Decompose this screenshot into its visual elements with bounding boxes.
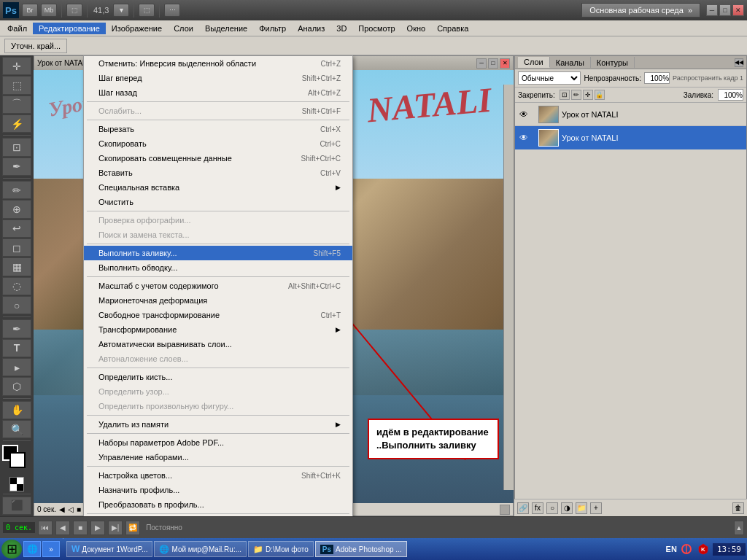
- text-tool-button[interactable]: T: [2, 339, 31, 357]
- menu-define-shape-label: Определить произвольную фигуру...: [98, 402, 233, 411]
- taskbar-ie-icon[interactable]: 🌐: [23, 541, 41, 557]
- eyedropper-button[interactable]: ✒: [2, 158, 31, 176]
- zoom-level: 41,3: [93, 6, 109, 15]
- menu-convert-profile-label: Преобразовать в профиль...: [98, 500, 204, 509]
- screen-mode-button[interactable]: ⬚: [139, 4, 155, 17]
- blur-tool-button[interactable]: ◌: [2, 277, 31, 295]
- menu-step-backward[interactable]: Шаг назад Alt+Ctrl+Z: [84, 85, 352, 100]
- menu-content-aware-scale[interactable]: Масштаб с учетом содержимого Alt+Shift+C…: [84, 279, 352, 293]
- menu-image[interactable]: Изображение: [106, 23, 168, 34]
- menu-filter[interactable]: Фильтр: [253, 23, 292, 34]
- history-brush-button[interactable]: ↩: [2, 219, 31, 238]
- menu-keyboard-shortcuts[interactable]: Клавиатурные сокращения... Alt+Shift+Ctr…: [84, 516, 352, 516]
- tl-prev-frame[interactable]: ◀: [55, 521, 70, 535]
- menu-spellcheck[interactable]: Проверка орфографии...: [84, 213, 352, 228]
- path-select-button[interactable]: ▸: [2, 358, 31, 376]
- quick-mask-button[interactable]: [9, 477, 24, 491]
- menu-define-brush[interactable]: Определить кисть...: [84, 370, 352, 384]
- menu-auto-align-label: Автоматически выравнивать слои...: [98, 340, 232, 349]
- menu-paste-label: Вставить: [98, 168, 133, 177]
- zoom-dropdown[interactable]: ▼: [113, 4, 129, 17]
- menu-purge[interactable]: Удалить из памяти ▶: [84, 417, 352, 432]
- menu-step-forward[interactable]: Шаг вперед Shift+Ctrl+Z: [84, 71, 352, 85]
- taskbar-ps-btn[interactable]: Ps Adobe Photoshop ...: [315, 541, 407, 557]
- tl-next-frame[interactable]: ▶|: [108, 521, 123, 535]
- zoom-tool-button[interactable]: 🔍: [2, 420, 31, 438]
- menu-puppet-warp[interactable]: Марионеточная деформация: [84, 293, 352, 308]
- marquee-tool-button[interactable]: ⬚: [2, 76, 31, 94]
- menu-layers[interactable]: Слои: [168, 23, 199, 34]
- menu-view[interactable]: Просмотр: [352, 23, 400, 34]
- menu-define-pattern[interactable]: Определить узор...: [84, 384, 352, 399]
- close-button[interactable]: ✕: [732, 4, 744, 16]
- menu-transform[interactable]: Трансформирование ▶: [84, 322, 352, 337]
- taskbar-language[interactable]: EN: [666, 545, 677, 553]
- taskbar-network-icon[interactable]: [679, 542, 694, 556]
- crop-tool-button[interactable]: ⊡: [2, 138, 31, 156]
- menu-paste[interactable]: Вставить Ctrl+V: [84, 166, 352, 180]
- menu-define-shape[interactable]: Определить произвольную фигуру...: [84, 399, 352, 413]
- background-color[interactable]: [9, 452, 26, 468]
- minimize-button[interactable]: ─: [706, 4, 718, 16]
- screen-mode-toggle[interactable]: ⬛: [2, 497, 31, 515]
- taskbar-mailru-btn[interactable]: 🌐 Мой мир@Mail.Ru:...: [154, 541, 247, 557]
- tl-stop-btn[interactable]: ■: [73, 521, 88, 535]
- menu-assign-profile[interactable]: Назначить профиль...: [84, 483, 352, 497]
- bridge-button[interactable]: Br: [22, 4, 38, 17]
- workspace-selector[interactable]: Основная рабочая среда »: [581, 3, 700, 18]
- refine-edge-button[interactable]: Уточн. край...: [4, 39, 67, 53]
- move-tool-button[interactable]: ✛: [2, 57, 31, 75]
- menu-help[interactable]: Справка: [431, 23, 474, 34]
- workspace-label: Основная рабочая среда: [589, 6, 684, 15]
- tl-play-btn[interactable]: ▶: [90, 521, 105, 535]
- taskbar-folder-btn[interactable]: 📁 D:\Мои фото: [248, 541, 314, 557]
- menu-clear[interactable]: Очистить: [84, 195, 352, 209]
- menu-3d[interactable]: 3D: [330, 23, 352, 34]
- maximize-button[interactable]: □: [719, 4, 731, 16]
- menu-free-transform[interactable]: Свободное трансформирование Ctrl+T: [84, 308, 352, 322]
- menu-stroke[interactable]: Выполнить обводку...: [84, 260, 352, 275]
- taskbar-chevron[interactable]: »: [42, 541, 60, 557]
- menu-edit[interactable]: Редактирование: [33, 23, 106, 34]
- menu-convert-profile[interactable]: Преобразовать в профиль...: [84, 497, 352, 512]
- taskbar-word-btn[interactable]: W Документ 1WordP...: [66, 541, 152, 557]
- hand-tool-button[interactable]: ✋: [2, 401, 31, 419]
- menu-select[interactable]: Выделение: [199, 23, 253, 34]
- menu-color-settings[interactable]: Настройка цветов... Shift+Ctrl+K: [84, 468, 352, 483]
- lasso-tool-button[interactable]: ⌒: [2, 96, 31, 114]
- pen-tool-button[interactable]: ✒: [2, 319, 31, 338]
- menu-copy-merged[interactable]: Скопировать совмещенные данные Shift+Ctr…: [84, 151, 352, 166]
- tl-loop-btn[interactable]: 🔁: [125, 521, 140, 535]
- menu-file[interactable]: Файл: [1, 23, 33, 34]
- menu-paste-special[interactable]: Специальная вставка ▶: [84, 180, 352, 195]
- tl-first-frame[interactable]: ⏮: [38, 521, 53, 535]
- menu-window[interactable]: Окно: [401, 23, 432, 34]
- menu-undo[interactable]: Отменить: Инверсия выделенной области Ct…: [84, 56, 352, 71]
- brush-tool-button[interactable]: ✏: [2, 181, 31, 199]
- view-mode-button[interactable]: ⬚: [66, 4, 82, 17]
- menu-auto-blend-label: Автоналожение слоев...: [98, 354, 188, 363]
- menu-fill[interactable]: Выполнить заливку... Shift+F5: [84, 246, 352, 260]
- menu-fade[interactable]: Ослабить... Shift+Ctrl+F: [84, 104, 352, 118]
- gradient-tool-button[interactable]: ▦: [2, 257, 31, 276]
- menu-cut[interactable]: Вырезать Ctrl+X: [84, 122, 352, 136]
- menu-analysis[interactable]: Анализ: [292, 23, 330, 34]
- dodge-tool-button[interactable]: ○: [2, 296, 31, 314]
- taskbar-antivirus-icon[interactable]: K: [696, 542, 711, 556]
- extras-button[interactable]: ⋯: [164, 4, 180, 17]
- timeline-options-btn[interactable]: ▲: [734, 521, 744, 535]
- menu-manage-presets[interactable]: Управление наборами...: [84, 450, 352, 464]
- start-button[interactable]: ⊞: [1, 540, 22, 559]
- menu-auto-blend[interactable]: Автоналожение слоев...: [84, 351, 352, 366]
- magic-wand-button[interactable]: ⚡: [2, 114, 31, 133]
- minibride-button[interactable]: Mb: [41, 4, 57, 17]
- shape-tool-button[interactable]: ⬡: [2, 377, 31, 395]
- eraser-tool-button[interactable]: ◻: [2, 238, 31, 257]
- menu-auto-align[interactable]: Автоматически выравнивать слои...: [84, 337, 352, 351]
- tb-separator-3: [133, 3, 134, 18]
- menu-copy[interactable]: Скопировать Ctrl+C: [84, 136, 352, 151]
- menu-adobe-pdf[interactable]: Наборы параметров Adobe PDF...: [84, 435, 352, 450]
- color-swatches-area: [2, 445, 31, 473]
- menu-find-replace[interactable]: Поиск и замена текста...: [84, 228, 352, 242]
- stamp-tool-button[interactable]: ⊕: [2, 200, 31, 218]
